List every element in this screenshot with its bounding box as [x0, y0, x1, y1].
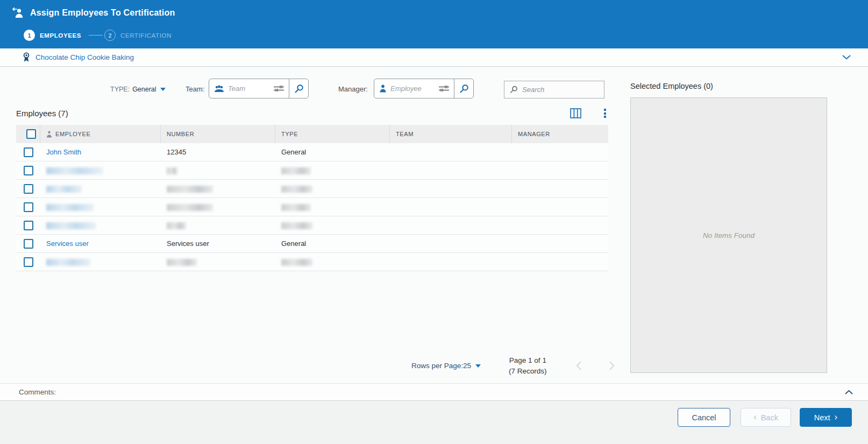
table-row — [16, 216, 608, 235]
redacted-cell — [281, 204, 311, 211]
step-1-label: EMPLOYEES — [40, 32, 81, 39]
title-bar: Assign Employees To Certification 1 EMPL… — [0, 0, 868, 48]
table-row — [16, 198, 608, 216]
column-header-number[interactable]: NUMBER — [161, 125, 275, 143]
step-connector — [89, 35, 103, 36]
table-header: EMPLOYEE NUMBER TYPE TEAM MANAGER — [16, 125, 608, 143]
table-row — [16, 253, 608, 271]
redacted-cell — [167, 186, 213, 193]
employee-icon — [379, 84, 387, 93]
employee-link[interactable]: John Smith — [46, 148, 81, 156]
table-row — [16, 161, 608, 180]
rows-per-page-dropdown[interactable]: Rows per Page:25 — [411, 362, 481, 370]
rows-per-page-label: Rows per Page: — [411, 362, 463, 370]
cancel-button[interactable]: Cancel — [678, 408, 730, 427]
redacted-cell — [167, 167, 177, 174]
redacted-cell — [281, 186, 312, 193]
chevron-down-icon[interactable] — [839, 53, 854, 62]
columns-icon[interactable] — [570, 108, 581, 118]
row-checkbox[interactable] — [24, 221, 33, 230]
redacted-cell — [167, 222, 186, 229]
page-indicator: Page 1 of 1 — [509, 355, 547, 366]
number-cell: Services user — [161, 239, 275, 248]
certification-bar: Chocolate Chip Cookie Baking — [0, 48, 868, 67]
assign-person-icon — [11, 7, 24, 18]
column-header-type[interactable]: TYPE — [275, 125, 390, 143]
caret-down-icon — [475, 364, 481, 368]
column-header-team[interactable]: TEAM — [390, 125, 512, 143]
records-count: (7 Records) — [509, 366, 547, 377]
team-icon — [214, 85, 224, 93]
next-button[interactable]: Next › — [800, 408, 852, 427]
empty-state-text: No Items Found — [703, 231, 755, 239]
redacted-cell — [167, 259, 197, 266]
column-header-employee[interactable]: EMPLOYEE — [55, 131, 90, 137]
wizard-steps: 1 EMPLOYEES 2 CERTIFICATION — [24, 30, 179, 41]
type-label: TYPE: — [110, 86, 130, 93]
page-title: Assign Employees To Certification — [30, 8, 175, 18]
manager-input[interactable] — [390, 84, 438, 93]
step-1-circle: 1 — [24, 30, 35, 41]
type-cell: General — [275, 148, 390, 156]
back-button[interactable]: ‹ Back — [741, 408, 791, 427]
manager-picker — [374, 79, 474, 98]
search-box — [504, 81, 604, 98]
chevron-right-icon: › — [835, 412, 838, 421]
search-icon — [510, 86, 518, 94]
row-checkbox[interactable] — [24, 239, 33, 249]
row-checkbox[interactable] — [24, 166, 33, 175]
search-input[interactable] — [522, 86, 618, 94]
redacted-cell — [281, 222, 312, 229]
footer-bar: Cancel ‹ Back Next › — [0, 401, 868, 444]
kebab-menu-icon[interactable] — [602, 108, 608, 119]
pagination: Rows per Page:25 Page 1 of 1 (7 Records) — [411, 355, 620, 376]
type-cell: General — [275, 239, 390, 248]
selected-employees-title: Selected Employees (0) — [630, 82, 713, 90]
comments-label: Comments: — [19, 388, 56, 396]
type-value: General — [132, 86, 156, 93]
step-2-circle: 2 — [104, 30, 116, 41]
employee-table-body: John Smith 12345 General — [16, 143, 608, 271]
person-column-icon — [46, 131, 52, 138]
team-input[interactable] — [228, 84, 273, 93]
row-checkbox[interactable] — [24, 184, 33, 194]
redacted-cell — [46, 167, 103, 174]
redacted-cell — [281, 259, 312, 266]
redacted-cell — [281, 167, 311, 174]
team-search-button[interactable] — [289, 79, 308, 98]
employees-count-title: Employees (7) — [16, 109, 68, 118]
chevron-left-icon: ‹ — [753, 412, 757, 421]
table-row: John Smith 12345 General — [16, 143, 608, 161]
table-row: Services user Services user General — [16, 235, 608, 253]
row-checkbox[interactable] — [24, 147, 33, 157]
number-cell: 12345 — [161, 148, 275, 156]
manager-filter-label: Manager: — [338, 85, 368, 93]
redacted-cell — [46, 186, 82, 193]
previous-page-icon[interactable] — [571, 359, 587, 372]
caret-down-icon — [160, 88, 166, 91]
team-picker — [209, 79, 309, 98]
row-checkbox[interactable] — [24, 202, 33, 212]
rows-per-page-value: 25 — [463, 362, 471, 370]
employee-link[interactable]: Services user — [46, 239, 89, 248]
filter-options-icon[interactable] — [273, 84, 284, 93]
chevron-up-icon[interactable] — [842, 387, 856, 397]
redacted-cell — [46, 204, 94, 211]
comments-bar: Comments: — [0, 383, 868, 401]
team-filter-label: Team: — [186, 85, 204, 93]
certification-name[interactable]: Chocolate Chip Cookie Baking — [35, 53, 134, 61]
redacted-cell — [46, 222, 96, 229]
row-checkbox[interactable] — [24, 257, 33, 267]
step-2-label: CERTIFICATION — [120, 32, 172, 39]
redacted-cell — [167, 204, 213, 211]
select-all-checkbox[interactable] — [26, 129, 36, 139]
ribbon-icon — [22, 52, 31, 62]
column-header-manager[interactable]: MANAGER — [512, 125, 608, 143]
type-dropdown[interactable]: TYPE: General — [110, 86, 166, 93]
table-row — [16, 180, 608, 198]
employee-table: EMPLOYEE NUMBER TYPE TEAM MANAGER John S… — [16, 125, 608, 271]
manager-search-button[interactable] — [454, 79, 473, 98]
redacted-cell — [46, 259, 90, 266]
filter-options-icon[interactable] — [438, 84, 450, 93]
next-page-icon[interactable] — [604, 359, 620, 372]
